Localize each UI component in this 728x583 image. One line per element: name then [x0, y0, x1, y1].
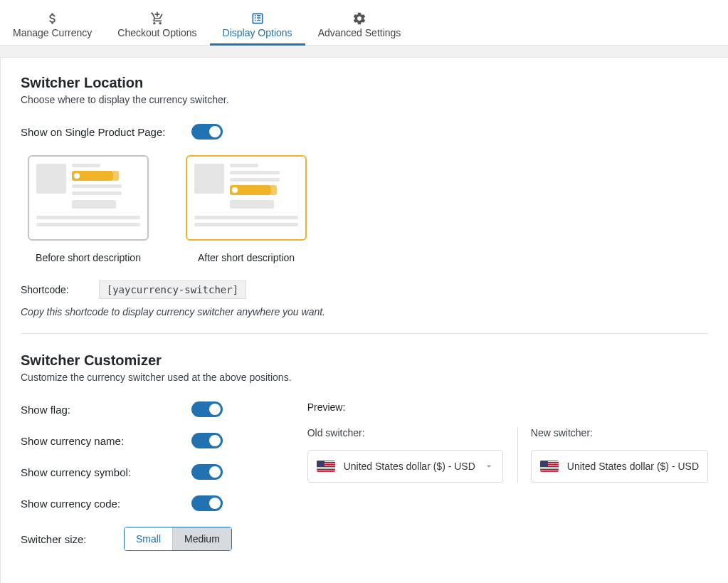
- show-symbol-toggle[interactable]: [191, 464, 223, 480]
- size-medium-button[interactable]: Medium: [172, 527, 231, 550]
- layout-option-before[interactable]: Before short description: [28, 155, 149, 263]
- preview-label: Preview:: [307, 401, 708, 413]
- shortcode-value[interactable]: [yaycurrency-switcher]: [99, 280, 246, 299]
- show-code-label: Show currency code:: [21, 498, 191, 510]
- customizer-subtitle: Customize the currency switcher used at …: [21, 372, 708, 383]
- old-switcher-label: Old switcher:: [307, 427, 503, 438]
- layout-thumb-before: [28, 155, 149, 241]
- switcher-location-title: Switcher Location: [21, 75, 708, 91]
- customizer-controls: Show flag: Show currency name: Show curr…: [21, 401, 265, 567]
- tab-display-options[interactable]: Display Options: [210, 0, 305, 46]
- show-code-toggle[interactable]: [191, 495, 223, 511]
- layout-option-after[interactable]: After short description: [186, 155, 307, 263]
- layout-caption: Before short description: [28, 252, 149, 263]
- customizer-preview: Preview: Old switcher: United States dol…: [307, 401, 708, 567]
- switcher-location-subtitle: Choose where to display the currency swi…: [21, 94, 708, 105]
- shortcode-label: Shortcode:: [21, 284, 69, 295]
- customizer-title: Switcher Customizer: [21, 352, 708, 369]
- tab-label: Checkout Options: [117, 27, 196, 38]
- show-symbol-label: Show currency symbol:: [21, 466, 191, 478]
- tab-label: Display Options: [223, 27, 292, 38]
- flag-icon: [317, 461, 335, 472]
- show-single-product-toggle[interactable]: [191, 124, 223, 140]
- layout-options: Before short description: [28, 155, 708, 263]
- settings-tabs: Manage Currency Checkout Options Display…: [0, 0, 728, 46]
- settings-panel: Switcher Location Choose where to displa…: [0, 57, 728, 583]
- gear-icon: [352, 11, 366, 26]
- switcher-size-label: Switcher size:: [21, 533, 124, 545]
- switcher-value: United States dollar ($) - USD: [344, 461, 475, 472]
- section-divider: [21, 333, 708, 334]
- new-switcher-label: New switcher:: [531, 427, 708, 438]
- shortcode-help: Copy this shortcode to display currency …: [21, 306, 708, 317]
- size-small-button[interactable]: Small: [125, 527, 172, 550]
- new-switcher-select[interactable]: United States dollar ($) - USD: [531, 450, 708, 483]
- flag-icon: [540, 461, 559, 472]
- show-flag-toggle[interactable]: [191, 401, 223, 417]
- chevron-down-icon: [484, 461, 494, 471]
- tab-label: Advanced Settings: [318, 27, 401, 38]
- show-name-toggle[interactable]: [191, 433, 223, 448]
- switcher-size-group: Small Medium: [124, 527, 232, 551]
- switcher-value: United States dollar ($) - USD: [567, 461, 699, 472]
- list-icon: [250, 11, 265, 26]
- preview-divider: [517, 427, 518, 483]
- dollar-icon: [46, 11, 60, 26]
- show-flag-label: Show flag:: [21, 404, 191, 416]
- show-single-product-label: Show on Single Product Page:: [21, 126, 191, 138]
- tab-advanced-settings[interactable]: Advanced Settings: [305, 0, 414, 46]
- tab-label: Manage Currency: [13, 27, 92, 38]
- tab-checkout-options[interactable]: Checkout Options: [105, 0, 209, 46]
- tab-manage-currency[interactable]: Manage Currency: [0, 0, 105, 46]
- layout-thumb-after: [186, 155, 307, 241]
- old-switcher-select[interactable]: United States dollar ($) - USD: [307, 450, 503, 483]
- cart-icon: [150, 11, 164, 26]
- layout-caption: After short description: [186, 252, 307, 263]
- show-name-label: Show currency name:: [21, 435, 191, 447]
